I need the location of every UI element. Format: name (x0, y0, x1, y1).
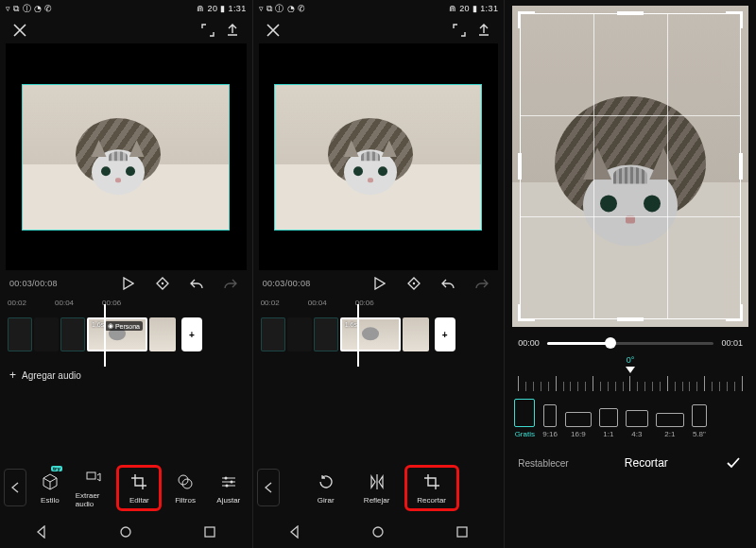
redo-icon[interactable] (470, 271, 494, 296)
timeline-thumb[interactable] (149, 317, 176, 351)
close-icon[interactable] (8, 18, 32, 43)
ratio-1:1[interactable]: 1:1 (599, 408, 618, 438)
tool-editar[interactable]: Editar (116, 465, 162, 511)
ratio-4:3[interactable]: 4:3 (626, 410, 648, 438)
mirror-icon (367, 471, 387, 492)
timeline-thumb[interactable] (314, 317, 338, 351)
crop-frame[interactable] (520, 13, 741, 319)
play-icon[interactable] (116, 271, 141, 296)
add-clip-button[interactable]: + (181, 317, 202, 351)
top-bar (0, 17, 252, 43)
tool-label: Editar (129, 496, 149, 505)
timeline-strip[interactable]: 1.6s + (253, 314, 505, 357)
nav-home-icon[interactable] (119, 525, 132, 540)
video-preview[interactable] (259, 43, 499, 270)
android-nav-bar (253, 518, 505, 548)
crop-preview[interactable] (512, 6, 748, 327)
timeline-ruler: 00:02 00:04 00:06 (0, 297, 252, 310)
trim-slider[interactable] (547, 342, 714, 345)
screen-editor-main: ▿ ⧉ ⓛ ◔ ✆ ⋒ 20 ▮ 1:31 00:03/00:08 (0, 0, 252, 548)
export-icon[interactable] (220, 18, 245, 43)
tool-reflejar[interactable]: Reflejar (353, 468, 401, 508)
nav-recents-icon[interactable] (455, 525, 469, 540)
ratio-16:9[interactable]: 16:9 (565, 412, 592, 438)
timeline-strip[interactable]: 1.6s ◉ Persona + (0, 314, 252, 357)
playhead[interactable] (104, 304, 106, 367)
crop-handle-tr[interactable] (726, 11, 743, 28)
tool-row: Girar Reflejar Recortar (253, 457, 505, 518)
nav-back-icon[interactable] (35, 525, 48, 540)
timeline-thumb[interactable] (287, 317, 312, 351)
timeline-thumb[interactable] (8, 317, 32, 351)
tool-recortar[interactable]: Recortar (404, 465, 459, 511)
ratio-label: 5.8" (693, 430, 706, 438)
confirm-check-icon[interactable] (724, 454, 743, 472)
keyframe-icon[interactable] (402, 271, 426, 296)
crop-handle-bottom[interactable] (617, 317, 644, 321)
status-right: ⋒ 20 ▮ 1:31 (197, 4, 246, 13)
screen-editor-edit-submenu: ▿ ⧉ ⓛ ◔ ✆ ⋒ 20 ▮ 1:31 00:03/00:08 00:02 … (252, 0, 505, 548)
tool-back-button[interactable] (257, 469, 280, 506)
ratio-2:1[interactable]: 2:1 (656, 413, 684, 438)
tool-extraer-audio[interactable]: Extraer audio (74, 463, 113, 512)
tool-label: Extraer audio (76, 491, 112, 508)
play-icon[interactable] (368, 271, 392, 296)
crop-handle-br[interactable] (726, 304, 743, 321)
tool-estilo[interactable]: try Estilo (30, 468, 70, 508)
trim-start-label: 00:00 (518, 338, 540, 348)
timeline-thumb[interactable] (403, 317, 429, 351)
export-icon[interactable] (472, 18, 496, 43)
crop-handle-top[interactable] (617, 11, 644, 15)
expand-icon[interactable] (447, 18, 472, 43)
nav-recents-icon[interactable] (203, 525, 216, 540)
persona-badge[interactable]: ◉ Persona (105, 321, 143, 331)
timeline-thumb[interactable] (60, 317, 85, 351)
ratio-gratis[interactable]: Gratis (514, 399, 535, 438)
ratio-box-icon (543, 404, 557, 427)
crop-handle-bl[interactable] (518, 304, 535, 321)
timeline-thumb-selected[interactable]: 1.6s ◉ Persona (87, 317, 147, 351)
crop-handle-left[interactable] (518, 153, 522, 180)
tool-back-button[interactable] (4, 469, 26, 506)
ratio-label: 9:16 (542, 430, 558, 438)
ratio-box-icon (514, 399, 535, 427)
timeline-thumb[interactable] (261, 317, 285, 351)
undo-icon[interactable] (436, 271, 460, 296)
close-icon[interactable] (261, 18, 285, 43)
tool-filtros[interactable]: Filtros (165, 468, 205, 508)
ratio-9:16[interactable]: 9:16 (542, 404, 558, 438)
timeline-thumb-selected[interactable]: 1.6s (340, 317, 401, 351)
tool-ajustar[interactable]: Ajustar (209, 468, 249, 508)
timeline-thumb[interactable] (34, 317, 59, 351)
video-preview[interactable] (6, 43, 247, 270)
svg-point-2 (179, 475, 188, 485)
ratio-box-icon (656, 413, 684, 427)
trim-knob[interactable] (605, 337, 616, 349)
reset-button[interactable]: Restablecer (518, 458, 568, 469)
extract-audio-icon (83, 467, 104, 488)
add-audio-button[interactable]: + Agregar audio (0, 365, 252, 385)
adjust-icon (218, 471, 239, 492)
keyframe-icon[interactable] (150, 271, 175, 296)
playback-row: 00:03/00:08 (0, 270, 252, 297)
svg-rect-11 (457, 527, 467, 537)
android-nav-bar (0, 518, 252, 548)
svg-rect-8 (205, 527, 215, 537)
playhead[interactable] (357, 304, 359, 367)
ratio-row: Gratis9:1616:91:14:32:15.8" (505, 395, 756, 442)
tool-label: Girar (318, 496, 335, 505)
nav-back-icon[interactable] (288, 525, 301, 540)
add-clip-button[interactable]: + (435, 317, 455, 351)
tool-girar[interactable]: Girar (302, 468, 350, 508)
ratio-5:8[interactable]: 5.8" (692, 404, 707, 438)
trim-end-label: 00:01 (721, 338, 743, 348)
expand-icon[interactable] (196, 18, 220, 43)
undo-icon[interactable] (184, 271, 209, 296)
nav-home-icon[interactable] (371, 525, 385, 540)
angle-ruler[interactable] (518, 367, 743, 391)
ratio-label: 1:1 (603, 430, 613, 438)
redo-icon[interactable] (218, 271, 243, 296)
crop-icon (129, 471, 149, 492)
crop-handle-tl[interactable] (518, 11, 535, 28)
crop-handle-right[interactable] (739, 153, 743, 180)
